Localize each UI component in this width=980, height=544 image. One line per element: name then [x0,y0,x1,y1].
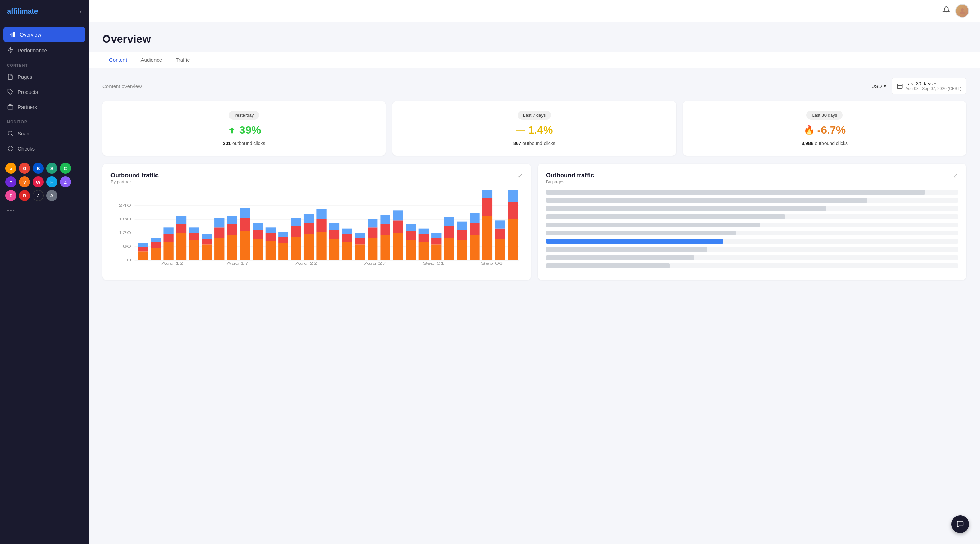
svg-rect-80 [368,227,377,238]
svg-rect-58 [278,243,288,260]
svg-rect-73 [342,242,352,260]
svg-text:Aug 22: Aug 22 [295,262,317,265]
partner-icon-z[interactable]: Z [60,176,71,187]
svg-rect-79 [368,238,377,260]
svg-rect-55 [266,241,275,260]
svg-rect-1 [12,33,13,37]
sidebar-collapse-button[interactable]: ‹ [80,8,82,15]
tab-audience[interactable]: Audience [134,52,169,68]
svg-line-9 [11,134,12,136]
svg-rect-112 [508,219,518,260]
svg-rect-103 [469,236,479,260]
svg-rect-39 [189,227,199,233]
date-range-picker[interactable]: Last 30 days ▾ Aug 08 - Sep 07, 2020 (CE… [892,78,966,94]
partner-icon-w[interactable]: W [33,176,44,187]
svg-rect-92 [419,234,429,242]
svg-rect-52 [253,239,262,260]
svg-rect-89 [406,231,416,240]
chart-expand-pages-button[interactable]: ⤢ [953,172,958,180]
svg-rect-61 [291,236,301,260]
refresh-icon [7,145,14,152]
user-avatar[interactable] [955,4,969,18]
svg-rect-83 [380,224,390,235]
sidebar-item-partners-label: Partners [18,104,37,110]
partner-icons-grid: a G B S C Y V W F Z P R J A [0,160,89,204]
sidebar: affilimate ‹ Overview Performance CONTEN… [0,0,89,544]
currency-selector[interactable]: USD ▾ [871,83,886,89]
hbar-row [546,247,958,252]
chart-title-partner: Outbound traffic [110,172,159,179]
svg-rect-72 [329,223,339,230]
svg-rect-69 [317,209,326,219]
svg-rect-59 [278,236,288,243]
sidebar-item-overview[interactable]: Overview [3,27,85,42]
svg-rect-105 [469,213,479,223]
tab-content[interactable]: Content [102,52,134,68]
hbar-fill [546,198,867,203]
svg-rect-31 [163,242,173,260]
sidebar-item-checks[interactable]: Checks [0,141,89,156]
search-icon [7,130,14,137]
hbar-row [546,263,958,268]
svg-text:120: 120 [118,231,131,235]
svg-rect-26 [138,247,148,251]
partner-icon-v[interactable]: V [19,176,30,187]
chat-button[interactable] [951,515,969,533]
partner-icon-y[interactable]: Y [5,176,16,187]
partner-icon-f[interactable]: F [46,176,57,187]
partner-icon-c[interactable]: C [60,163,71,174]
calendar-icon [897,83,903,89]
partner-icon-s[interactable]: S [46,163,57,174]
tab-traffic[interactable]: Traffic [169,52,196,68]
partner-icon-a2[interactable]: A [46,190,57,201]
partner-icon-amazon[interactable]: a [5,163,16,174]
svg-rect-100 [457,240,467,260]
sidebar-item-performance-label: Performance [18,48,47,53]
hbar-fill [546,206,826,211]
sidebar-item-partners[interactable]: Partners [0,99,89,114]
svg-rect-63 [291,219,301,226]
partner-icon-r[interactable]: R [19,190,30,201]
sidebar-item-checks-label: Checks [18,146,35,152]
dash-icon: — [516,125,525,136]
partner-icon-b[interactable]: B [33,163,44,174]
partner-icon-j[interactable]: J [33,190,44,201]
svg-rect-75 [342,229,352,235]
svg-rect-68 [317,219,326,232]
bar-chart-partner: 0 60 120 180 240 Aug 12 [110,190,523,265]
svg-rect-97 [444,238,454,260]
sidebar-item-pages[interactable]: Pages [0,69,89,84]
chart-header-partner: Outbound traffic By partner ⤢ [110,172,523,184]
hbar-row [546,255,958,260]
svg-rect-38 [189,233,199,240]
svg-rect-104 [469,223,479,236]
sidebar-item-pages-label: Pages [18,74,32,80]
svg-rect-87 [393,210,403,220]
svg-rect-50 [240,219,250,231]
stat-card-last7: Last 7 days — 1.4% 867 outbound clicks [393,101,676,156]
partner-icon-google[interactable]: G [19,163,30,174]
stat-clicks-last30: 3,988 outbound clicks [802,140,848,146]
sidebar-item-performance[interactable]: Performance [0,43,89,58]
hbar-fill [546,190,925,195]
currency-dropdown-icon: ▾ [883,83,886,89]
svg-rect-53 [253,230,262,239]
sidebar-item-scan[interactable]: Scan [0,126,89,141]
svg-rect-40 [202,244,212,260]
partner-icon-p[interactable]: P [5,190,16,201]
stat-card-last30: Last 30 days 🔥 -6.7% 3,988 outbound clic… [683,101,966,156]
svg-rect-90 [406,224,416,231]
more-partners-button[interactable]: ••• [0,204,89,217]
hbar-row [546,231,958,236]
notification-bell-button[interactable] [942,6,950,16]
svg-rect-11 [897,84,902,89]
svg-rect-49 [240,231,250,260]
svg-rect-108 [482,190,492,198]
date-range-sub: Aug 08 - Sep 07, 2020 (CEST) [906,86,961,91]
hbar-fill [546,255,694,260]
sidebar-item-products[interactable]: Products [0,84,89,99]
chart-expand-partner-button[interactable]: ⤢ [518,172,523,180]
svg-text:Sep 01: Sep 01 [423,262,444,265]
sidebar-item-scan-label: Scan [18,131,29,137]
briefcase-icon [7,104,14,110]
